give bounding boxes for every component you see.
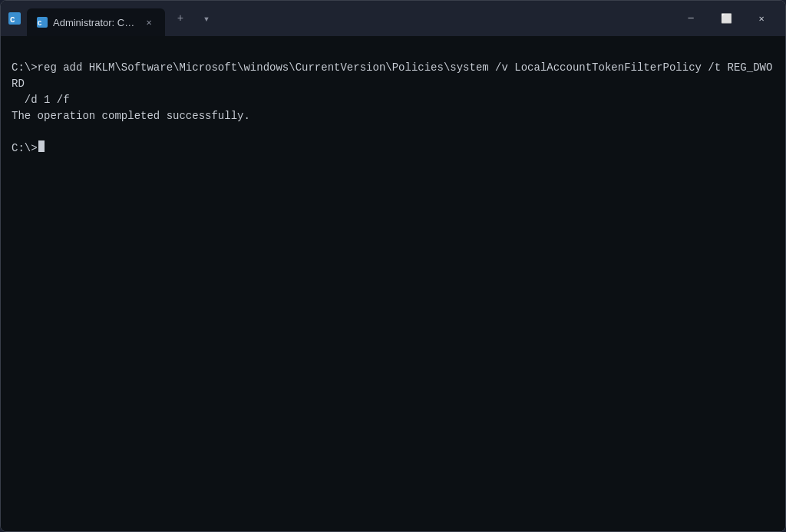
new-tab-button[interactable]: +	[170, 8, 191, 29]
prompt-text: C:\>	[12, 140, 38, 157]
terminal-line-command: C:\>reg add HKLM\Software\Microsoft\wind…	[12, 60, 774, 92]
titlebar-left: C C Administrator: Command Pro ✕ +	[7, 5, 673, 32]
close-icon: ✕	[758, 13, 764, 25]
app-icon: C	[7, 11, 22, 26]
tab-dropdown-button[interactable]: ▾	[196, 8, 217, 29]
tab-close-button[interactable]: ✕	[142, 15, 156, 29]
terminal-line-blank1	[12, 44, 774, 60]
terminal-window: C C Administrator: Command Pro ✕ +	[0, 0, 786, 532]
terminal-body[interactable]: C:\>reg add HKLM\Software\Microsoft\wind…	[1, 36, 785, 531]
active-tab[interactable]: C Administrator: Command Pro ✕	[27, 8, 165, 36]
window-controls: — ⬜ ✕	[673, 6, 779, 31]
terminal-prompt-line: C:\>	[12, 140, 774, 157]
titlebar: C C Administrator: Command Pro ✕ +	[1, 1, 785, 36]
close-button[interactable]: ✕	[744, 6, 779, 31]
minimize-button[interactable]: —	[673, 6, 708, 31]
tab-title: Administrator: Command Pro	[53, 17, 137, 28]
maximize-icon: ⬜	[721, 13, 732, 25]
plus-icon: +	[177, 12, 183, 25]
cursor	[38, 140, 45, 152]
minimize-icon: —	[688, 13, 693, 24]
svg-text:C: C	[38, 20, 42, 28]
chevron-down-icon: ▾	[203, 12, 210, 25]
svg-text:C: C	[10, 15, 15, 25]
terminal-line-command-cont: /d 1 /f	[12, 92, 774, 108]
terminal-line-blank2	[12, 124, 774, 140]
terminal-line-output: The operation completed successfully.	[12, 108, 774, 124]
tab-icon: C	[36, 16, 48, 28]
maximize-button[interactable]: ⬜	[708, 6, 744, 31]
